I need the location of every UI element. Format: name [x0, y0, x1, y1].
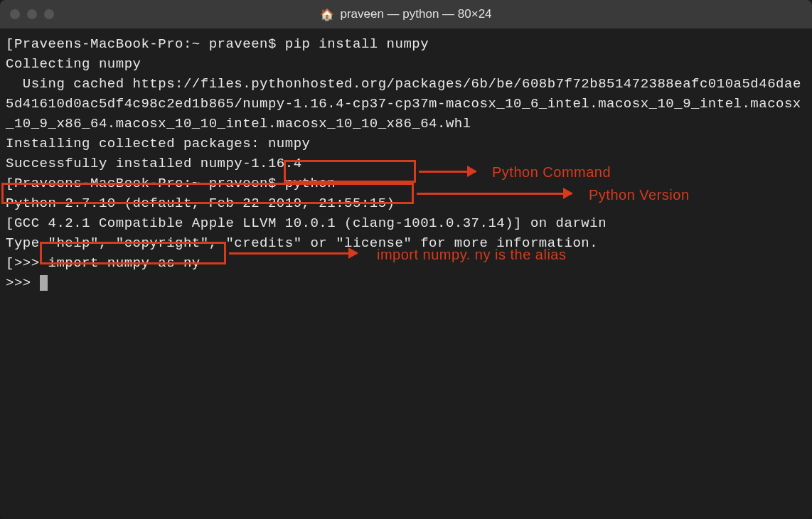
annotation-arrow — [229, 252, 357, 255]
terminal-line: Installing collected packages: numpy — [6, 136, 310, 151]
minimize-icon[interactable] — [27, 9, 37, 19]
terminal-line: [Praveens-MacBook-Pro:~ praveen$ python — [6, 176, 336, 191]
cursor — [40, 275, 48, 291]
annotation-label-python-cmd: Python Command — [492, 162, 611, 182]
terminal-line: Collecting numpy — [6, 56, 141, 72]
close-icon[interactable] — [10, 9, 20, 19]
terminal-line: [Praveens-MacBook-Pro:~ praveen$ pip ins… — [6, 36, 429, 52]
window-title: 🏠 praveen — python — 80×24 — [320, 7, 491, 21]
terminal-window: 🏠 praveen — python — 80×24 [Praveens-Mac… — [0, 0, 812, 519]
annotation-arrow — [419, 171, 476, 173]
terminal-body[interactable]: [Praveens-MacBook-Pro:~ praveen$ pip ins… — [0, 28, 812, 519]
terminal-line: Successfully installed numpy-1.16.4 — [6, 156, 302, 171]
terminal-line: >>> — [6, 275, 40, 291]
annotation-arrow — [417, 193, 572, 195]
maximize-icon[interactable] — [44, 9, 54, 19]
terminal-line: Python 2.7.10 (default, Feb 22 2019, 21:… — [6, 196, 395, 211]
terminal-line: [>>> import numpy as ny — [6, 255, 201, 271]
terminal-line: Type "help", "copyright", "credits" or "… — [6, 235, 598, 251]
titlebar[interactable]: 🏠 praveen — python — 80×24 — [0, 0, 812, 28]
terminal-line: [GCC 4.2.1 Compatible Apple LLVM 10.0.1 … — [6, 215, 607, 231]
annotation-label-python-ver: Python Version — [589, 185, 690, 205]
home-icon: 🏠 — [320, 8, 334, 21]
traffic-lights — [10, 9, 54, 19]
window-title-text: praveen — python — 80×24 — [340, 7, 491, 21]
terminal-line: Using cached https://files.pythonhosted.… — [6, 76, 801, 132]
